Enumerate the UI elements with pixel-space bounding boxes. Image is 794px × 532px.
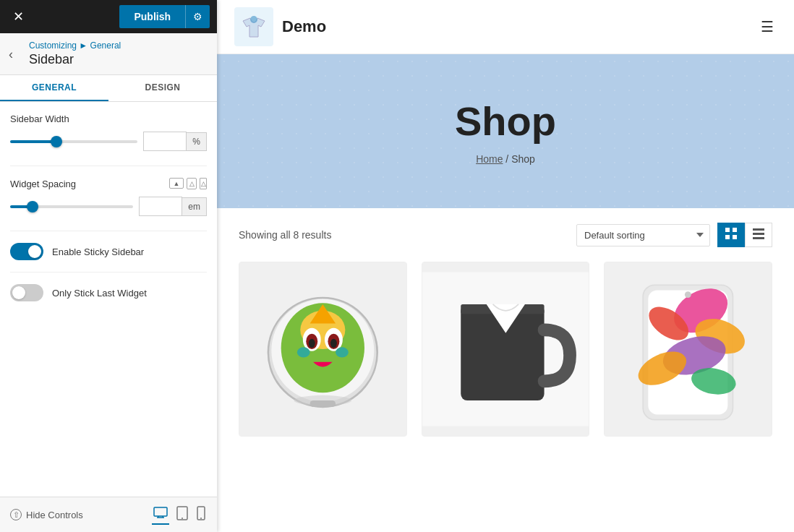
svg-point-5 — [182, 518, 183, 519]
tab-general[interactable]: GENERAL — [0, 75, 108, 101]
widget-spacing-input-wrap: 1.5 em — [139, 197, 207, 216]
shop-toolbar: Showing all 8 results Default sorting So… — [239, 223, 772, 247]
tablet-view-button[interactable] — [175, 505, 189, 525]
toolbar-right: Default sorting Sort by popularity Sort … — [576, 223, 772, 247]
bottom-bar: ⇧ Hide Controls — [0, 497, 217, 532]
product-image-1 — [239, 262, 406, 436]
svg-point-26 — [309, 339, 315, 348]
site-name: Demo — [282, 17, 326, 36]
svg-rect-9 — [725, 228, 730, 232]
publish-button[interactable]: Publish — [119, 5, 185, 28]
only-stick-last-row: Only Stick Last Widget — [10, 284, 207, 301]
svg-rect-12 — [733, 235, 737, 239]
widget-spacing-input[interactable]: 1.5 — [139, 197, 182, 216]
shop-content: Showing all 8 results Default sorting So… — [217, 208, 794, 451]
breadcrumb-current: Shop — [511, 153, 535, 165]
results-count: Showing all 8 results — [239, 229, 331, 241]
product-card-3[interactable] — [604, 262, 772, 437]
toggle-slider-sticky — [10, 243, 43, 260]
tab-design[interactable]: DESIGN — [108, 75, 217, 101]
products-grid — [239, 262, 772, 437]
breadcrumb-section[interactable]: General — [90, 40, 121, 51]
enable-sticky-sidebar-toggle[interactable] — [10, 243, 43, 260]
svg-point-27 — [330, 339, 337, 348]
sidebar-width-unit: % — [187, 132, 207, 151]
sidebar-width-input-wrap: % — [143, 132, 207, 151]
toggle-slider-last — [10, 284, 43, 301]
widget-spacing-slider-row: 1.5 em — [10, 197, 207, 216]
svg-point-29 — [336, 347, 349, 357]
only-stick-last-toggle[interactable] — [10, 284, 43, 301]
svg-point-44 — [685, 291, 691, 298]
svg-point-28 — [297, 347, 310, 357]
divider-2 — [10, 231, 207, 231]
sidebar-width-slider[interactable] — [10, 140, 137, 143]
close-button[interactable]: ✕ — [7, 7, 30, 26]
site-header: Demo ☰ — [217, 0, 794, 54]
svg-rect-15 — [753, 237, 764, 239]
product-view-toggle — [717, 223, 772, 247]
widget-spacing-unit: em — [182, 197, 207, 216]
breadcrumb-root[interactable]: Customizing — [29, 40, 77, 51]
svg-point-7 — [200, 518, 202, 519]
product-image-3 — [605, 262, 772, 436]
breadcrumb-home-link[interactable]: Home — [476, 153, 503, 165]
view-icons-bar — [152, 505, 207, 525]
breadcrumb-area: ‹ Customizing ► General Sidebar — [0, 33, 217, 75]
breadcrumb: Customizing ► General — [29, 40, 207, 51]
breadcrumb-sep: / — [503, 153, 511, 165]
svg-rect-13 — [753, 228, 764, 231]
sort-select[interactable]: Default sorting Sort by popularity Sort … — [576, 224, 710, 246]
hamburger-button[interactable]: ☰ — [758, 15, 777, 38]
widget-spacing-label: Widget Spacing ▲ △ △ — [10, 178, 207, 189]
tab-bar: GENERAL DESIGN — [0, 75, 217, 102]
list-view-button[interactable] — [745, 223, 772, 247]
back-button[interactable]: ‹ — [6, 43, 16, 64]
svg-rect-31 — [310, 400, 336, 407]
grid-view-button[interactable] — [717, 223, 745, 247]
sidebar-width-input[interactable] — [143, 132, 187, 151]
svg-point-8 — [250, 16, 257, 23]
sidebar-width-slider-row: % — [10, 132, 207, 151]
customizer-panel: ✕ Publish ⚙ ‹ Customizing ► General Side… — [0, 0, 217, 532]
site-logo-icon — [234, 7, 273, 46]
mobile-icon[interactable]: △ — [200, 178, 207, 189]
widget-spacing-slider[interactable] — [10, 205, 133, 208]
hero-banner: Shop Home / Shop — [217, 54, 794, 208]
svg-rect-11 — [725, 235, 730, 239]
desktop-view-button[interactable] — [152, 505, 169, 525]
hide-icon: ⇧ — [10, 509, 22, 520]
product-card-2[interactable] — [422, 262, 590, 437]
device-icons: ▲ △ △ — [169, 178, 207, 189]
hero-title: Shop — [246, 98, 765, 145]
enable-sticky-sidebar-row: Enable Sticky Sidebar — [10, 243, 207, 260]
product-card-1[interactable] — [239, 262, 407, 437]
desktop-icon[interactable]: ▲ — [169, 178, 184, 189]
sidebar-width-label: Sidebar Width — [10, 113, 207, 124]
divider-3 — [10, 272, 207, 273]
preview-content: Demo ☰ Shop Home / Shop Showing all 8 re… — [217, 0, 794, 532]
svg-rect-0 — [154, 507, 167, 516]
svg-rect-10 — [733, 228, 737, 232]
publish-area: Publish ⚙ — [119, 5, 210, 28]
divider-1 — [10, 166, 207, 166]
tablet-icon[interactable]: △ — [187, 178, 197, 189]
product-image-2 — [422, 262, 589, 436]
page-title: Sidebar — [29, 52, 207, 67]
sidebar-width-control: Sidebar Width % — [10, 113, 207, 151]
gear-button[interactable]: ⚙ — [185, 5, 210, 28]
panel-content: Sidebar Width % Widget Spacing ▲ △ △ — [0, 102, 217, 497]
mobile-view-button[interactable] — [195, 505, 207, 525]
only-stick-last-label: Only Stick Last Widget — [52, 288, 147, 299]
widget-spacing-control: Widget Spacing ▲ △ △ 1.5 em — [10, 178, 207, 216]
hide-controls-button[interactable]: ⇧ Hide Controls — [10, 509, 83, 520]
enable-sticky-sidebar-label: Enable Sticky Sidebar — [52, 246, 144, 257]
breadcrumb-separator: ► — [77, 40, 90, 51]
top-bar: ✕ Publish ⚙ — [0, 0, 217, 33]
svg-rect-14 — [753, 233, 764, 235]
hero-breadcrumb: Home / Shop — [246, 153, 765, 165]
site-logo-area: Demo — [234, 7, 326, 46]
